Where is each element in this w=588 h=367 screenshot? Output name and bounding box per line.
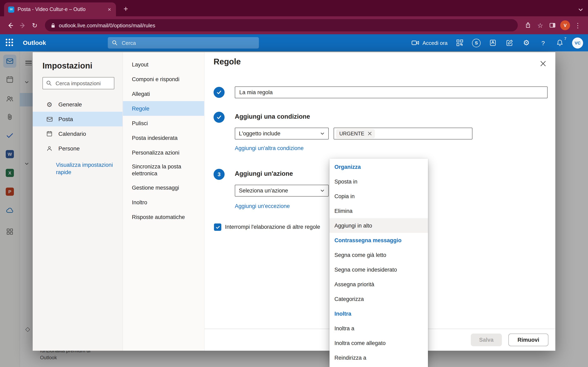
outlook-favicon-icon: ✉ [8,6,14,12]
menu-group-inoltra: Inoltra [329,306,428,321]
browser-tab-bar: ✉ Posta - Video Cultur-e – Outlo × + [0,0,588,16]
menu-item-segna-come-indesiderato[interactable]: Segna come indesiderato [329,262,428,277]
menu-item-sposta-in[interactable]: Sposta in [329,174,428,189]
bookmark-star-icon[interactable]: ☆ [534,19,546,31]
remove-button[interactable]: Rimuovi [508,334,548,346]
tab-close-icon[interactable]: × [107,6,112,13]
section-allegati[interactable]: Allegati [123,86,204,101]
menu-item-categorizza[interactable]: Categorizza [329,292,428,306]
app-launcher-icon[interactable] [6,39,14,47]
help-icon[interactable]: ? [539,38,548,47]
menu-item-aggiungi-in-alto[interactable]: Aggiungi in alto [329,218,428,233]
forward-button[interactable] [16,19,29,31]
menu-item-elimina[interactable]: Elimina [329,203,428,218]
browser-profile-avatar[interactable]: V [560,20,570,30]
tab-title: Posta - Video Cultur-e – Outlo [17,7,104,12]
settings-search[interactable] [43,77,114,89]
add-condition-link[interactable]: Aggiungi un'altra condizione [235,145,303,151]
header-search-input[interactable] [121,39,255,46]
section-pulisci[interactable]: Pulisci [123,116,204,131]
step1-check-badge [214,87,225,98]
share-icon[interactable] [522,19,534,31]
condition-heading: Aggiungi una condizione [235,113,310,120]
add-exception-link[interactable]: Aggiungi un'eccezione [235,203,290,209]
section-regole[interactable]: Regole [123,101,204,116]
condition-select-value: L'oggetto include [239,131,280,137]
section-sincronizza[interactable]: Sincronizza la posta elettronica [123,160,204,180]
action-select[interactable]: Seleziona un'azione [235,185,329,197]
settings-nav-calendario[interactable]: Calendario [33,126,122,141]
url-text: outlook.live.com/mail/0/options/mail/rul… [59,22,155,28]
settings-gear-icon[interactable]: ⚙ [522,38,531,47]
browser-tab[interactable]: ✉ Posta - Video Cultur-e – Outlo × [4,2,116,16]
chevron-down-icon [320,131,325,136]
action-heading: Aggiungi un'azione [235,170,293,177]
action-dropdown-menu: Organizza Sposta in Copia in Elimina Agg… [329,159,428,367]
settings-search-input[interactable] [55,80,111,87]
menu-item-inoltra-come-allegato[interactable]: Inoltra come allegato [329,336,428,350]
section-risposte-automatiche[interactable]: Risposte automatiche [123,210,204,224]
translator-icon[interactable] [488,38,497,47]
menu-item-inoltra-a[interactable]: Inoltra a [329,321,428,336]
section-gestione-messaggi[interactable]: Gestione messaggi [123,180,204,195]
condition-value-field[interactable]: URGENTE [334,128,472,140]
notification-count: 7 [564,36,566,41]
stop-processing-label: Interrompi l'elaborazione di altre regol… [225,224,320,230]
search-icon [112,40,118,46]
menu-item-copia-in[interactable]: Copia in [329,189,428,203]
action-select-placeholder: Seleziona un'azione [239,188,288,194]
chevron-down-icon [320,188,325,193]
browser-window: ✉ Posta - Video Cultur-e – Outlo × + ↻ o… [0,0,588,367]
tab-search-chevron-icon[interactable] [578,7,583,12]
signin-label: Accedi ora [423,40,448,46]
header-actions: Accedi ora S ⚙ ? 7 VC [411,34,583,51]
condition-select[interactable]: L'oggetto include [235,128,329,140]
menu-item-segna-come-gia-letto[interactable]: Segna come già letto [329,248,428,262]
settings-sections: Layout Componi e rispondi Allegati Regol… [123,52,205,351]
reload-button[interactable]: ↻ [29,19,41,31]
menu-item-assegna-priorita[interactable]: Assegna priorità [329,277,428,292]
settings-sidebar: Impostazioni ⚙ Generale Posta [33,52,123,351]
settings-dialog: Impostazioni ⚙ Generale Posta [33,52,555,351]
browser-toolbar: ↻ outlook.live.com/mail/0/options/mail/r… [0,16,588,34]
section-layout[interactable]: Layout [123,57,204,72]
step2-check-badge [214,112,225,123]
gear-icon: ⚙ [46,100,53,108]
settings-title: Impostazioni [33,52,122,71]
side-panel-icon[interactable] [546,19,559,31]
mail-icon [46,116,53,123]
browser-menu-icon[interactable]: ⋮ [572,19,584,31]
save-button[interactable]: Salva [471,334,502,346]
address-bar[interactable]: outlook.live.com/mail/0/options/mail/rul… [45,19,518,31]
section-personalizza-azioni[interactable]: Personalizza azioni [123,145,204,160]
settings-nav-persone[interactable]: Persone [33,141,122,156]
notifications-bell-icon[interactable]: 7 [555,38,564,47]
new-tab-button[interactable]: + [120,3,131,15]
chip-remove-icon[interactable] [368,132,372,135]
skype-icon[interactable]: S [472,39,481,47]
chip-label: URGENTE [339,131,364,136]
outlook-brand[interactable]: Outlook [23,39,46,46]
menu-item-reindirizza-a[interactable]: Reindirizza a [329,350,428,365]
step3-number-badge: 3 [214,169,225,180]
back-button[interactable] [4,19,16,31]
compose-icon[interactable] [505,38,514,47]
header-search[interactable] [108,37,259,49]
signin-button[interactable]: Accedi ora [411,39,448,47]
menu-group-contrassegna: Contrassegna messaggio [329,233,428,248]
qr-code-icon[interactable] [455,38,464,47]
stop-processing-checkbox[interactable] [214,224,221,231]
settings-nav-generale[interactable]: ⚙ Generale [33,97,122,112]
section-posta-indesiderata[interactable]: Posta indesiderata [123,131,204,145]
quick-settings-link[interactable]: Visualizza impostazioni rapide [56,161,113,176]
account-avatar[interactable]: VC [572,37,583,48]
rule-name-input[interactable] [235,86,548,98]
condition-chip[interactable]: URGENTE [336,129,375,138]
search-icon [46,80,52,86]
section-inoltro[interactable]: Inoltro [123,195,204,210]
outlook-header: Outlook Accedi ora S ⚙ [0,34,588,51]
settings-nav-posta[interactable]: Posta [33,112,122,126]
panel-title: Regole [214,57,241,67]
section-componi[interactable]: Componi e rispondi [123,72,204,86]
close-icon[interactable] [537,58,549,69]
